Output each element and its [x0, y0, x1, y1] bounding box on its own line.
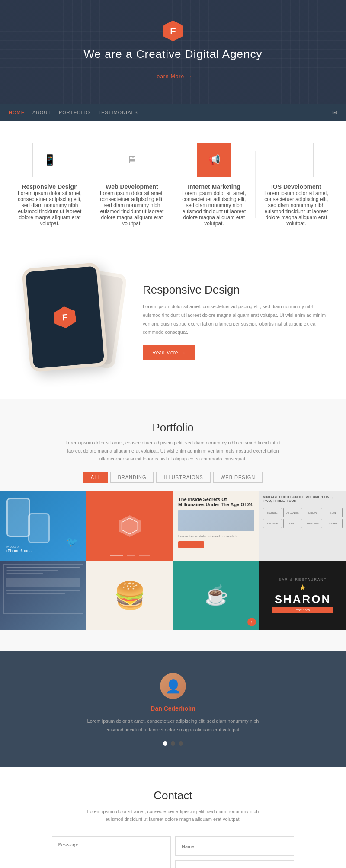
service-webdev-title: Web Development	[97, 183, 167, 190]
portfolio-item-8[interactable]: BAR & RESTAURANT ★ SHARON EST. 1983	[260, 561, 346, 630]
portfolio-description: Lorem ipsum dolor sit amet, consectetuer…	[65, 439, 281, 463]
nav-link-home[interactable]: HOME	[9, 110, 25, 115]
feature-section: F Responsive Design Lorem ipsum dolor si…	[0, 244, 346, 399]
feature-phone-mockup: F	[17, 265, 130, 378]
nav-link-portfolio[interactable]: PORTFOLIO	[59, 110, 90, 115]
testimonial-description: Lorem ipsum dolor sit amet, consectetuer…	[86, 717, 260, 734]
contact-email-input[interactable]	[175, 860, 294, 868]
portfolio-item-7[interactable]: ☕ ↑	[173, 561, 260, 630]
read-more-label: Read More	[152, 350, 178, 356]
service-webdev: 🖥 Web Development Lorem ipsum dolor sit …	[91, 143, 173, 227]
service-ios: IOS Development Lorem ipsum dolor sit am…	[255, 143, 337, 227]
feature-title: Responsive Design	[143, 283, 329, 297]
service-ios-icon-box	[279, 143, 314, 177]
service-responsive-icon-box: 📱	[32, 143, 67, 177]
portfolio-item-5[interactable]	[0, 561, 86, 630]
monitor-icon: 🖥	[127, 154, 137, 166]
services-section: 📱 Responsive Design Lorem ipsum dolor si…	[0, 121, 346, 244]
read-more-button[interactable]: Read More →	[143, 345, 195, 360]
service-webdev-desc: Lorem ipsum dolor sit amet, consectetuer…	[97, 190, 167, 227]
main-nav: HOME ABOUT PORTFOLIO TESTIMONIALS ✉	[0, 104, 346, 121]
phone-body: F	[22, 262, 108, 373]
filter-webdesign[interactable]: WEB DESIGN	[213, 472, 263, 483]
testimonial-dots	[17, 741, 329, 746]
hero-cta-button[interactable]: Learn More →	[144, 70, 202, 83]
filter-branding[interactable]: BRANDING	[110, 472, 154, 483]
service-responsive-title: Responsive Design	[15, 183, 84, 190]
hero-section: F We are a Creative Digital Agency Learn…	[0, 0, 346, 104]
contact-name-input[interactable]	[175, 836, 294, 856]
mobile-icon: 📱	[43, 154, 56, 166]
hex-design-icon	[119, 515, 141, 537]
contact-title: Contact	[17, 789, 329, 802]
testimonial-section: 👤 Dan Cederholm Lorem ipsum dolor sit am…	[0, 651, 346, 767]
dot-1[interactable]	[163, 741, 167, 746]
service-responsive-desc: Lorem ipsum dolor sit amet, consectetuer…	[15, 190, 84, 227]
portfolio-item-4[interactable]: VINTAGE LOGO BUNDLE VOLUME 1 ONE, TWO, T…	[260, 491, 346, 561]
testimonial-avatar: 👤	[160, 673, 186, 699]
portfolio-item-6[interactable]: 🍔	[86, 561, 173, 630]
phone-logo-letter: F	[62, 312, 68, 322]
portfolio-section: Portfolio Lorem ipsum dolor sit amet, co…	[0, 399, 346, 651]
nav-link-about[interactable]: ABOUT	[32, 110, 51, 115]
service-responsive: 📱 Responsive Design Lorem ipsum dolor si…	[9, 143, 91, 227]
nav-links: HOME ABOUT PORTFOLIO TESTIMONIALS	[9, 110, 138, 115]
nav-link-testimonials[interactable]: TESTIMONIALS	[98, 110, 138, 115]
portfolio-filters: ALL BRANDING ILLUSTRAIONS WEB DESIGN	[17, 472, 329, 483]
service-marketing: 📢 Internet Marketing Lorem ipsum dolor s…	[173, 143, 255, 227]
read-more-arrow: →	[180, 350, 186, 356]
service-marketing-title: Internet Marketing	[179, 183, 249, 190]
filter-illustrations[interactable]: ILLUSTRAIONS	[156, 472, 210, 483]
service-marketing-desc: Lorem ipsum dolor sit amet, consectetuer…	[179, 190, 249, 227]
portfolio-grid: iPhone 6 co... Mockup... 🐦 The Inside Se…	[0, 491, 346, 630]
portfolio-title: Portfolio	[17, 421, 329, 434]
contact-section: Contact Lorem ipsum dolor sit amet, cons…	[0, 767, 346, 868]
dot-2[interactable]	[171, 741, 175, 746]
portfolio-item-3[interactable]: The Inside Secrets Of Millionaires Under…	[173, 491, 260, 561]
hero-logo-letter: F	[170, 26, 176, 37]
service-ios-desc: Lorem ipsum dolor sit amet, consectetuer…	[262, 190, 331, 227]
hero-cta-arrow: →	[187, 73, 192, 80]
feature-text-block: Responsive Design Lorem ipsum dolor sit …	[143, 283, 329, 360]
portfolio-item-1[interactable]: iPhone 6 co... Mockup... 🐦	[0, 491, 86, 561]
svg-marker-0	[122, 518, 138, 534]
filter-all[interactable]: ALL	[83, 472, 108, 483]
nav-email-icon[interactable]: ✉	[332, 109, 337, 116]
hero-cta-label: Learn More	[154, 73, 184, 80]
portfolio-header: Portfolio Lorem ipsum dolor sit amet, co…	[17, 421, 329, 463]
testimonial-name: Dan Cederholm	[17, 705, 329, 712]
contact-description: Lorem ipsum dolor sit amet, consectetuer…	[86, 807, 260, 823]
contact-form	[52, 836, 294, 868]
service-ios-title: IOS Development	[262, 183, 331, 190]
megaphone-icon: 📢	[208, 154, 220, 166]
phone-logo-hex: F	[53, 306, 77, 329]
contact-message-input[interactable]	[52, 836, 171, 868]
portfolio-item-2[interactable]	[86, 491, 173, 561]
service-marketing-icon-box: 📢	[197, 143, 231, 177]
dot-3[interactable]	[179, 741, 183, 746]
avatar-emoji: 👤	[165, 679, 181, 694]
feature-description: Lorem ipsum dolor sit amet, consectetuer…	[143, 303, 329, 337]
service-webdev-icon-box: 🖥	[115, 143, 149, 177]
hero-headline: We are a Creative Digital Agency	[83, 48, 262, 61]
